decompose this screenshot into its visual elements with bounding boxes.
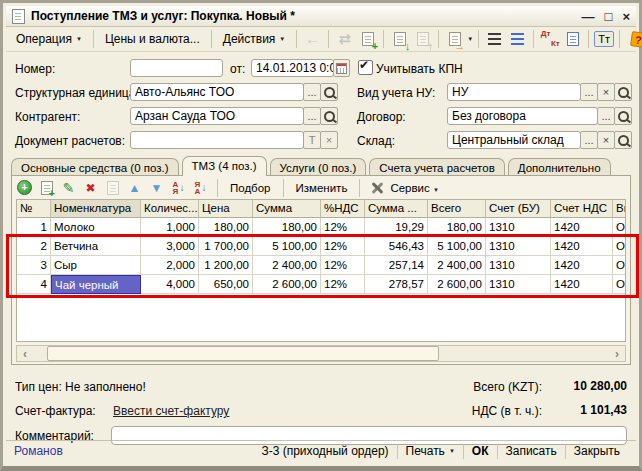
cell[interactable]: 2 400,00 (428, 256, 486, 275)
tab-3[interactable]: Счета учета расчетов (369, 158, 504, 176)
document-structure-icon[interactable] (484, 29, 505, 49)
cell[interactable]: 12% (321, 256, 365, 275)
header-cell[interactable]: № (17, 200, 51, 218)
cell[interactable]: 1310 (486, 218, 551, 237)
edit-row-icon[interactable]: ✎ (60, 179, 77, 196)
nu-field[interactable]: НУ (447, 83, 581, 101)
service-button[interactable]: Сервис ▼ (386, 181, 443, 195)
counterparty-select-button[interactable]: ... (303, 107, 321, 125)
header-cell[interactable]: %НДС (321, 200, 365, 218)
scrollbar-track[interactable] (33, 346, 609, 361)
cell[interactable]: 12% (321, 275, 365, 294)
cell[interactable]: 1 700,00 (199, 237, 253, 256)
cell[interactable]: 650,00 (199, 275, 253, 294)
cell[interactable]: 12% (321, 237, 365, 256)
counterparty-field[interactable]: Арзан Сауда ТОО (130, 107, 304, 125)
cell[interactable]: Обл (613, 256, 626, 275)
contract-open-button[interactable] (614, 107, 632, 125)
counterparty-open-button[interactable] (320, 107, 338, 125)
contract-select-button[interactable]: ... (597, 107, 615, 125)
move-up-icon[interactable]: ▲ (126, 179, 143, 196)
tab-0[interactable]: Основные средства (0 поз.) (11, 158, 179, 176)
header-cell[interactable]: Номенклатура (51, 200, 141, 218)
cell[interactable]: 1420 (551, 218, 613, 237)
kpn-checkbox[interactable]: ✔ (358, 60, 373, 75)
tab-4[interactable]: Дополнительно (508, 158, 611, 176)
cell[interactable]: 12% (321, 218, 365, 237)
number-field[interactable] (130, 59, 223, 77)
cell[interactable]: 2,000 (141, 256, 199, 275)
maximize-button[interactable]: □ (605, 9, 613, 24)
delete-row-icon[interactable]: ✖ (82, 179, 99, 196)
post-document-icon[interactable]: ↓ (389, 29, 410, 49)
cell[interactable]: Чай черный (51, 275, 141, 294)
cell[interactable]: 1 (17, 218, 51, 237)
cell[interactable]: 1420 (551, 256, 613, 275)
cell[interactable]: 2 600,00 (253, 275, 321, 294)
order-form-button[interactable]: З-3 (приходный ордер) (253, 443, 396, 459)
header-cell[interactable]: Всего (428, 200, 486, 218)
move-down-icon[interactable]: ▼ (148, 179, 165, 196)
header-cell[interactable]: Цена (199, 200, 253, 218)
warehouse-select-button[interactable]: ... (580, 131, 598, 149)
cell[interactable]: Обл (613, 218, 626, 237)
settings-list-icon[interactable] (507, 29, 528, 49)
tips-button[interactable]: ? Советы (625, 29, 642, 50)
report-icon[interactable] (562, 29, 583, 49)
structural-unit-open-button[interactable] (320, 83, 338, 101)
minimize-button[interactable]: — (582, 9, 595, 24)
goto-icon[interactable]: → (444, 29, 465, 49)
text-settings-button[interactable]: Тт (594, 31, 614, 47)
cell[interactable]: 180,00 (253, 218, 321, 237)
sort-asc-icon[interactable]: АЯ↓ (170, 179, 187, 196)
cell[interactable]: 2 600,00 (428, 275, 486, 294)
save-button[interactable]: Записать (498, 443, 565, 459)
warehouse-field[interactable]: Центральный склад (447, 131, 581, 149)
settlement-doc-clear-button[interactable]: × (320, 131, 338, 149)
cell[interactable]: 3 (17, 256, 51, 275)
cell[interactable]: 19,29 (365, 218, 428, 237)
settlement-doc-field[interactable] (130, 131, 304, 149)
copy-row-icon[interactable]: + (38, 179, 55, 196)
close-button[interactable]: × (622, 9, 630, 24)
header-cell[interactable]: Сумма (253, 200, 321, 218)
scrollbar-thumb[interactable] (47, 346, 439, 361)
cell[interactable]: Сыр (51, 256, 141, 275)
scroll-left-icon[interactable]: ‹ (17, 346, 33, 361)
cell[interactable]: 5 100,00 (428, 237, 486, 256)
nu-select-button[interactable]: ... (580, 83, 598, 101)
prices-currency-button[interactable]: Цены и валюта... (99, 29, 206, 49)
cell[interactable]: 180,00 (428, 218, 486, 237)
calendar-button[interactable] (333, 59, 350, 77)
cell[interactable]: 180,00 (199, 218, 253, 237)
tab-1[interactable]: ТМЗ (4 поз.) (182, 156, 267, 176)
header-cell[interactable]: Количес... (141, 200, 199, 218)
close-form-button[interactable]: Закрыть (566, 443, 628, 459)
print-button[interactable]: Печать▼ (398, 443, 463, 459)
debit-credit-icon[interactable]: ДтКт (539, 29, 560, 49)
add-row-icon[interactable]: + (16, 179, 33, 196)
warehouse-open-button[interactable] (614, 131, 632, 149)
header-cell[interactable]: Сумма ... (365, 200, 428, 218)
enter-invoice-link[interactable]: Ввести счет-фактуру (113, 404, 229, 418)
settlement-doc-type-button[interactable]: Т (303, 131, 321, 149)
cell[interactable]: 2 (17, 237, 51, 256)
structural-unit-select-button[interactable]: ... (303, 83, 321, 101)
cell[interactable]: 5 100,00 (253, 237, 321, 256)
cell[interactable]: 4,000 (141, 275, 199, 294)
nu-open-button[interactable] (614, 83, 632, 101)
tab-2[interactable]: Услуги (0 поз.) (270, 158, 367, 176)
cell[interactable]: 1420 (551, 275, 613, 294)
cell[interactable]: 1310 (486, 256, 551, 275)
chevron-down-icon[interactable]: ▼ (467, 36, 473, 42)
header-cell[interactable]: Вид (613, 200, 626, 218)
actions-menu-button[interactable]: Действия ▼ (217, 29, 292, 49)
cell[interactable]: 1310 (486, 237, 551, 256)
cell[interactable]: 4 (17, 275, 51, 294)
operation-menu-button[interactable]: Операция ▼ (10, 29, 88, 49)
copy-document-icon[interactable]: + (357, 29, 378, 49)
warehouse-clear-button[interactable]: × (597, 131, 615, 149)
cell[interactable]: Молоко (51, 218, 141, 237)
cell[interactable]: 278,57 (365, 275, 428, 294)
contract-field[interactable]: Без договора (447, 107, 598, 125)
